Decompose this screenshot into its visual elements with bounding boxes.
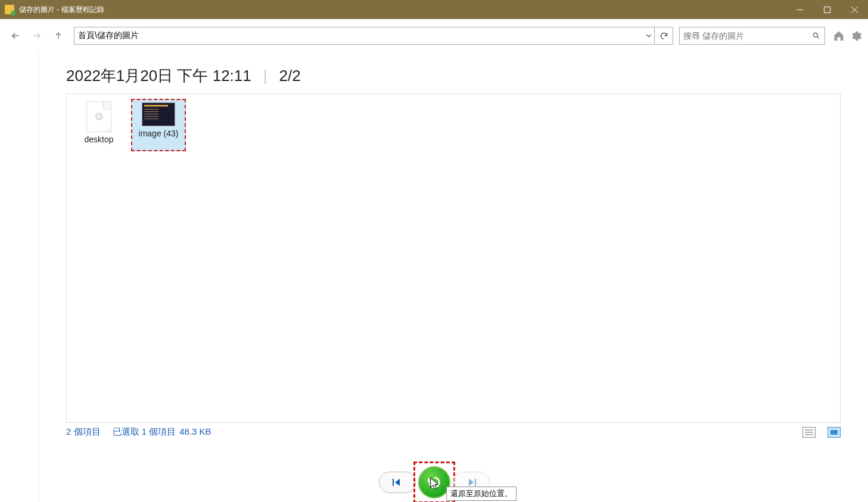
search-box [679, 27, 825, 45]
cursor-icon [430, 478, 440, 492]
app-icon [5, 5, 14, 14]
restore-button[interactable] [418, 466, 450, 498]
snapshot-datetime: 2022年1月20日 下午 12:11 [66, 66, 251, 86]
close-button[interactable] [841, 0, 868, 19]
minimize-button[interactable] [786, 0, 813, 19]
up-button[interactable] [49, 26, 68, 45]
window-title: 儲存的圖片 - 檔案歷程記錄 [19, 5, 104, 15]
gear-icon[interactable] [849, 29, 862, 42]
file-label: image (43) [139, 129, 179, 138]
file-thumbnail [142, 102, 175, 126]
address-dropdown-icon[interactable] [643, 27, 655, 44]
page-counter: 2/2 [279, 67, 301, 85]
refresh-button[interactable] [655, 27, 673, 44]
toolbar [0, 19, 868, 50]
restore-tooltip: 還原至原始位置。 [446, 487, 517, 501]
file-grid[interactable]: ⚙ desktop image (43) [66, 93, 841, 423]
window-controls [786, 0, 868, 19]
content-area: 2022年1月20日 下午 12:11 | 2/2 ⚙ desktop imag… [39, 49, 868, 502]
status-selection: 已選取 1 個項目 [113, 426, 176, 438]
file-icon: ⚙ [86, 101, 111, 132]
home-icon[interactable] [832, 29, 845, 42]
gear-glyph-icon: ⚙ [94, 110, 104, 123]
status-item-count: 2 個項目 [66, 426, 101, 438]
header-row: 2022年1月20日 下午 12:11 | 2/2 [66, 66, 841, 86]
titlebar: 儲存的圖片 - 檔案歷程記錄 [0, 0, 868, 19]
details-view-button[interactable] [802, 427, 816, 438]
search-input[interactable] [680, 31, 808, 40]
address-input[interactable] [74, 31, 643, 40]
maximize-button[interactable] [813, 0, 841, 19]
status-size: 48.3 KB [179, 426, 211, 438]
file-item-image-43[interactable]: image (43) [131, 99, 186, 151]
header-separator: | [263, 67, 267, 85]
back-button[interactable] [6, 26, 25, 45]
file-label: desktop [84, 135, 113, 144]
forward-button[interactable] [27, 26, 46, 45]
svg-rect-0 [824, 7, 830, 13]
previous-version-button[interactable] [379, 472, 416, 493]
svg-rect-2 [830, 430, 838, 435]
thumbnail-view-button[interactable] [827, 427, 841, 438]
search-button[interactable] [808, 27, 825, 44]
svg-point-1 [813, 33, 817, 37]
address-bar [74, 27, 673, 45]
sidebar [0, 49, 39, 502]
file-item-desktop[interactable]: ⚙ desktop [71, 99, 126, 151]
status-bar: 2 個項目 已選取 1 個項目 48.3 KB [66, 423, 841, 441]
